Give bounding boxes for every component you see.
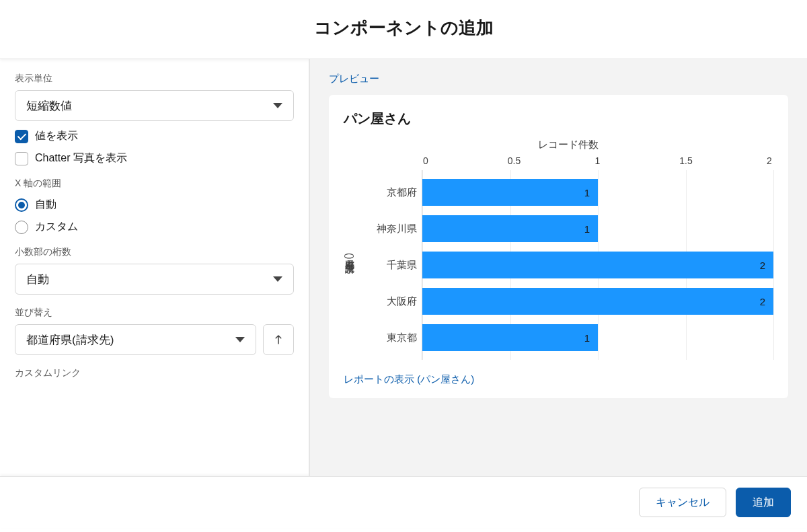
x-axis-custom-radio[interactable]: カスタム <box>15 220 294 234</box>
x-axis-auto-radio[interactable]: 自動 <box>15 198 294 212</box>
checkbox-icon <box>15 152 28 165</box>
bar-fill[interactable]: 1 <box>422 179 598 206</box>
show-values-checkbox[interactable]: 値を表示 <box>15 129 294 143</box>
bar-category-label: 東京都 <box>356 332 417 344</box>
x-tick: 1 <box>594 155 602 166</box>
x-axis-ticks: 0 0.5 1 1.5 2 <box>362 155 773 166</box>
sort-direction-button[interactable] <box>263 324 294 355</box>
sort-label: 並び替え <box>15 307 294 319</box>
bar-category-label: 神奈川県 <box>356 223 417 235</box>
chevron-down-icon <box>235 337 245 342</box>
chevron-down-icon <box>273 276 282 282</box>
cancel-button[interactable]: キャンセル <box>639 488 726 517</box>
display-unit-label: 表示単位 <box>15 73 294 85</box>
x-tick: 1.5 <box>679 155 687 166</box>
x-tick: 0 <box>422 155 430 166</box>
chart-body: レコード件数 0 0.5 1 1.5 2 京都府1神奈川県1千葉県2大阪府2東京… <box>362 139 773 360</box>
bar-category-label: 京都府 <box>356 186 417 199</box>
modal-title: コンポーネントの追加 <box>0 16 807 40</box>
custom-link-label: カスタムリンク <box>15 367 294 379</box>
display-unit-select[interactable]: 短縮数値 <box>15 90 294 121</box>
x-axis-range-label: X 軸の範囲 <box>15 178 294 190</box>
decimal-places-value: 自動 <box>26 272 49 287</box>
sort-select[interactable]: 都道府県(請求先) <box>15 324 256 355</box>
chevron-down-icon <box>273 103 282 108</box>
modal-footer: キャンセル 追加 <box>0 476 807 528</box>
modal-header: コンポーネントの追加 <box>0 0 807 59</box>
bar-row: 大阪府2 <box>422 284 773 318</box>
radio-label: カスタム <box>35 220 78 234</box>
bar-fill[interactable]: 2 <box>422 288 773 315</box>
x-axis-label: レコード件数 <box>362 139 773 151</box>
preview-label: プレビュー <box>329 73 788 85</box>
display-unit-value: 短縮数値 <box>26 98 72 114</box>
preview-panel: プレビュー パン屋さん 都道府県(請求先) レコード件数 0 0.5 1 1.5… <box>310 59 807 476</box>
bar-row: 京都府1 <box>422 176 773 209</box>
decimal-places-label: 小数部の桁数 <box>15 246 294 258</box>
preview-card: パン屋さん 都道府県(請求先) レコード件数 0 0.5 1 1.5 2 京都府… <box>329 95 788 398</box>
x-tick: 2 <box>765 155 773 166</box>
radio-icon <box>15 198 28 212</box>
sort-value: 都道府県(請求先) <box>26 332 114 348</box>
settings-panel: 表示単位 短縮数値 値を表示 Chatter 写真を表示 X 軸の範囲 自動 カ… <box>0 59 310 476</box>
show-chatter-checkbox[interactable]: Chatter 写真を表示 <box>15 151 294 165</box>
checkbox-icon <box>15 130 28 143</box>
add-button[interactable]: 追加 <box>736 488 791 517</box>
bar-row: 神奈川県1 <box>422 212 773 245</box>
x-tick: 0.5 <box>508 155 516 166</box>
bar-row: 千葉県2 <box>422 248 773 282</box>
checkbox-label: 値を表示 <box>35 129 78 143</box>
chart-container: 都道府県(請求先) レコード件数 0 0.5 1 1.5 2 京都府1神奈川県1… <box>344 139 773 360</box>
arrow-up-icon <box>272 334 284 346</box>
chart-plot-area: 京都府1神奈川県1千葉県2大阪府2東京都1 <box>422 170 773 360</box>
view-report-link[interactable]: レポートの表示 (パン屋さん) <box>344 373 474 386</box>
radio-label: 自動 <box>35 198 56 212</box>
bar-category-label: 大阪府 <box>356 295 417 308</box>
modal-body: 表示単位 短縮数値 値を表示 Chatter 写真を表示 X 軸の範囲 自動 カ… <box>0 59 807 476</box>
radio-icon <box>15 221 28 234</box>
bar-row: 東京都1 <box>422 321 773 354</box>
bar-fill[interactable]: 2 <box>422 252 773 278</box>
y-axis-label: 都道府県(請求先) <box>344 139 356 360</box>
chart-title: パン屋さん <box>344 110 773 128</box>
bar-category-label: 千葉県 <box>356 259 417 272</box>
decimal-places-select[interactable]: 自動 <box>15 264 294 295</box>
bar-fill[interactable]: 1 <box>422 215 598 242</box>
bar-fill[interactable]: 1 <box>422 324 598 351</box>
checkbox-label: Chatter 写真を表示 <box>35 151 127 165</box>
